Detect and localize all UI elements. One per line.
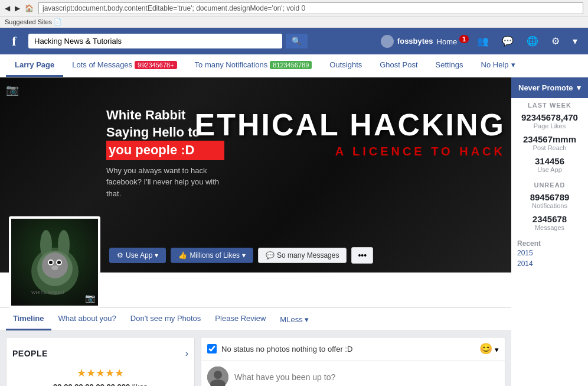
content-row: PEOPLE › ★ ★ ★ ★ ★ 99,99,99,99,99,99,999… bbox=[0, 331, 511, 386]
post-emoji-area: 😊 ▾ bbox=[479, 342, 499, 355]
tab-no-help[interactable]: No Help ▾ bbox=[472, 54, 524, 77]
subnav-what-about-you[interactable]: What about you? bbox=[51, 308, 123, 330]
suggested-sites-icon: 📄 bbox=[54, 18, 62, 25]
messages-stat-label: Messages bbox=[511, 224, 588, 231]
people-section-header: PEOPLE › bbox=[12, 343, 188, 364]
browser-forward-icon[interactable]: ▶ bbox=[15, 4, 20, 12]
recent-2014[interactable]: 2014 bbox=[517, 258, 582, 269]
notifications-stat-label: Notifications bbox=[511, 202, 588, 209]
message-icon: 💬 bbox=[266, 251, 275, 260]
mless-dropdown-icon: ▾ bbox=[305, 315, 309, 324]
recent-2015[interactable]: 2015 bbox=[517, 248, 582, 258]
subnav-timeline[interactable]: Timeline bbox=[6, 308, 51, 330]
page-content: 📷 White Rabbit Saying Hello to you peopl… bbox=[0, 77, 511, 386]
post-reach-stat: 234567mmm Post Reach bbox=[511, 134, 588, 151]
nav-right: fossbytes Home 1 👥 💬 🌐 ⚙ ▾ bbox=[381, 33, 582, 49]
use-app-num: 314456 bbox=[511, 156, 588, 166]
post-reach-num: 234567mmm bbox=[511, 134, 588, 144]
more-options-button[interactable]: ••• bbox=[351, 247, 373, 264]
messages-button[interactable]: 💬 So many Messages bbox=[258, 248, 347, 263]
post-status-text: No status no photos nothing to offer :D bbox=[221, 345, 352, 353]
sub-nav: Timeline What about you? Don't see my Ph… bbox=[0, 308, 511, 331]
right-column: No status no photos nothing to offer :D … bbox=[201, 337, 505, 386]
subnav-dont-see-photos[interactable]: Don't see my Photos bbox=[123, 308, 208, 330]
promote-dropdown-icon: ▾ bbox=[577, 83, 581, 92]
never-promote-button[interactable]: Never Promote ▾ bbox=[511, 77, 588, 98]
profile-camera-icon[interactable]: 📷 bbox=[85, 293, 95, 303]
avatar-svg bbox=[207, 366, 228, 386]
thumbs-up-icon: 👍 bbox=[178, 251, 187, 260]
likes-stat: 99,99,99,99,99,99,999 likes bbox=[12, 382, 188, 386]
dropdown-icon[interactable]: ▾ bbox=[568, 33, 582, 49]
svg-text:WHITE RABBIT: WHITE RABBIT bbox=[31, 290, 65, 295]
post-header-left: No status no photos nothing to offer :D bbox=[207, 344, 352, 353]
svg-point-9 bbox=[51, 265, 58, 270]
search-button[interactable]: 🔍 bbox=[286, 34, 308, 48]
profile-section: WHITE RABBIT 📷 bbox=[0, 273, 511, 308]
tab-settings[interactable]: Settings bbox=[427, 54, 472, 77]
tab-lots-of-messages[interactable]: Lots of Messages 992345678+ bbox=[63, 54, 185, 77]
post-input-field[interactable] bbox=[234, 372, 499, 382]
week-label: LAST WEEK bbox=[511, 98, 588, 112]
tab-outsights[interactable]: Outsights bbox=[321, 54, 371, 77]
tab-notifications[interactable]: To many Notifications 8123456789 bbox=[186, 54, 321, 77]
page-nav: Larry Page Lots of Messages 992345678+ T… bbox=[0, 54, 588, 77]
settings-icon[interactable]: ⚙ bbox=[547, 33, 564, 49]
likes-button[interactable]: 👍 Millions of Likes ▾ bbox=[171, 248, 253, 263]
home-link[interactable]: Home 1 bbox=[437, 35, 469, 46]
notifications-stat: 89456789 Notifications bbox=[511, 192, 588, 209]
cover-action-buttons: ⚙ Use App ▾ 👍 Millions of Likes ▾ 💬 So m… bbox=[109, 247, 373, 264]
cover-title-area: ETHICAL HACKING A LICENCE TO HACK bbox=[195, 107, 505, 158]
star-2: ★ bbox=[86, 366, 96, 379]
search-input[interactable] bbox=[28, 34, 282, 48]
friends-icon[interactable]: 👥 bbox=[472, 33, 494, 49]
page-likes-label: Page Likes bbox=[511, 122, 588, 129]
profile-photo-inner: WHITE RABBIT bbox=[11, 219, 98, 306]
messages-icon[interactable]: 💬 bbox=[497, 33, 518, 49]
notifications-num: 89456789 bbox=[511, 192, 588, 202]
people-expand-icon[interactable]: › bbox=[185, 348, 188, 359]
cover-main-title: ETHICAL HACKING bbox=[195, 107, 505, 142]
suggested-sites-bar: Suggested Sites 📄 bbox=[0, 17, 588, 28]
tab-larry-page[interactable]: Larry Page bbox=[6, 54, 63, 77]
post-header: No status no photos nothing to offer :D … bbox=[201, 338, 505, 361]
stars-row: ★ ★ ★ ★ ★ bbox=[12, 366, 188, 379]
people-title: PEOPLE bbox=[12, 349, 48, 358]
tab-ghost-post[interactable]: Ghost Post bbox=[371, 54, 426, 77]
post-checkbox[interactable] bbox=[207, 344, 217, 353]
no-help-dropdown-icon: ▾ bbox=[511, 60, 515, 69]
notifications-badge: 8123456789 bbox=[270, 61, 312, 69]
post-input-row bbox=[201, 361, 505, 386]
cover-camera-icon[interactable]: 📷 bbox=[6, 83, 19, 96]
sidebar-right: Never Promote ▾ LAST WEEK 92345678,470 P… bbox=[511, 77, 588, 386]
svg-point-8 bbox=[57, 261, 61, 264]
post-emoji-dropdown[interactable]: ▾ bbox=[495, 345, 499, 354]
notifications-icon[interactable]: 🌐 bbox=[522, 33, 543, 49]
avatar bbox=[381, 35, 394, 48]
facebook-logo: f bbox=[6, 34, 22, 49]
star-half: ★ bbox=[115, 366, 124, 379]
profile-photo: WHITE RABBIT 📷 bbox=[9, 216, 100, 308]
messages-stat: 2345678 Messages bbox=[511, 214, 588, 231]
browser-back-icon[interactable]: ◀ bbox=[5, 4, 10, 12]
use-app-dropdown-icon: ▾ bbox=[155, 251, 158, 260]
address-bar[interactable] bbox=[38, 2, 583, 14]
post-user-avatar bbox=[207, 366, 228, 386]
subnav-mless[interactable]: MLess ▾ bbox=[273, 309, 315, 330]
username-label[interactable]: fossbytes bbox=[397, 37, 433, 46]
browser-home-icon[interactable]: 🏠 bbox=[25, 4, 34, 12]
use-app-icon: ⚙ bbox=[117, 251, 123, 260]
star-1: ★ bbox=[77, 366, 86, 379]
cover-subtitle: A LICENCE TO HACK bbox=[195, 145, 505, 158]
use-app-button[interactable]: ⚙ Use App ▾ bbox=[109, 248, 166, 263]
recent-title: Recent bbox=[517, 239, 582, 248]
star-3: ★ bbox=[96, 366, 105, 379]
recent-section: Recent 2015 2014 bbox=[511, 236, 588, 273]
use-app-stat-label: Use App bbox=[511, 166, 588, 173]
unread-label: UNREAD bbox=[511, 178, 588, 192]
rabbit-svg: WHITE RABBIT bbox=[19, 224, 90, 301]
left-column: PEOPLE › ★ ★ ★ ★ ★ 99,99,99,99,99,99,999… bbox=[6, 337, 195, 386]
suggested-sites-label: Suggested Sites bbox=[5, 18, 52, 25]
subnav-please-review[interactable]: Please Review bbox=[208, 308, 273, 330]
home-badge: 1 bbox=[459, 35, 469, 43]
